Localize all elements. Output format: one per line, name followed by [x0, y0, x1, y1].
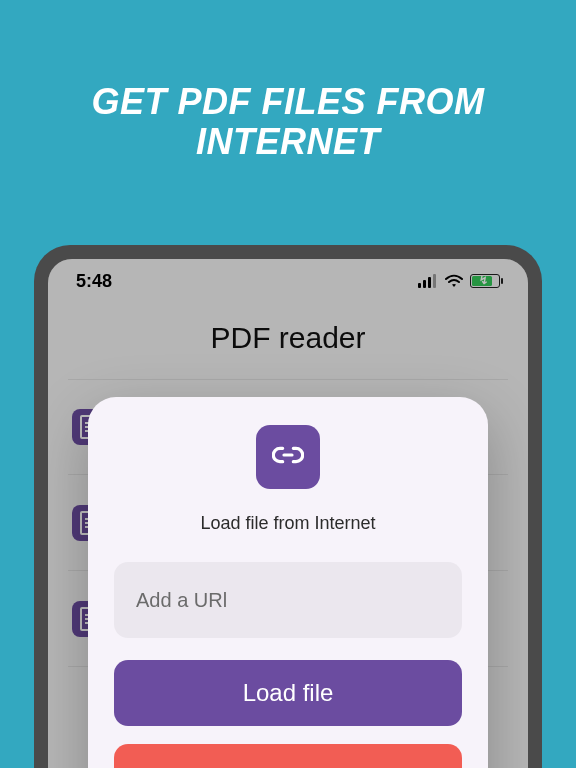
tablet-screen: 5:48 ↯ PDF reader [48, 259, 528, 768]
promo-headline-line1: GET PDF FILES FROM [92, 81, 485, 122]
promo-headline-line2: INTERNET [196, 121, 380, 162]
url-input[interactable] [114, 562, 462, 638]
load-from-internet-modal: Load file from Internet Load file Cancel [88, 397, 488, 768]
link-icon [272, 439, 304, 475]
modal-subtitle: Load file from Internet [114, 513, 462, 534]
promo-headline: GET PDF FILES FROM INTERNET [0, 82, 576, 161]
load-file-button[interactable]: Load file [114, 660, 462, 726]
cancel-button[interactable]: Cancel [114, 744, 462, 768]
tablet-frame: 5:48 ↯ PDF reader [34, 245, 542, 768]
modal-icon-wrap [256, 425, 320, 489]
